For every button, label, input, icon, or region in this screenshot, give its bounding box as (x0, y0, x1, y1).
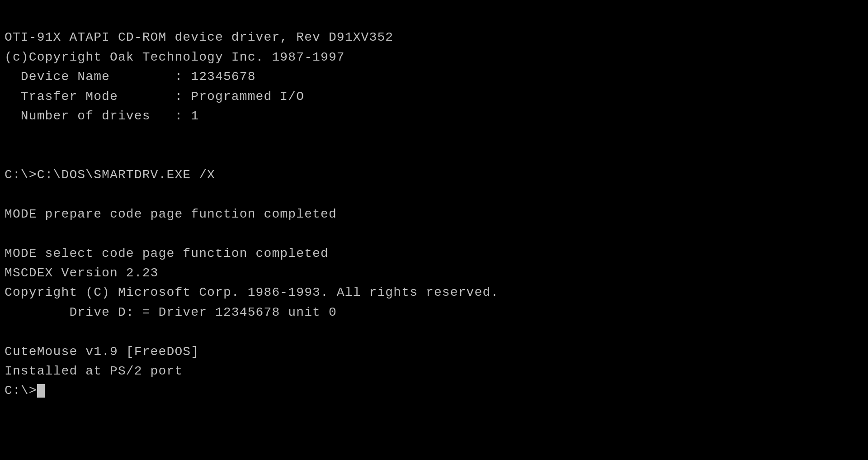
terminal-line-line8: MODE select code page function completed (5, 244, 863, 263)
terminal-line-blank5 (5, 322, 863, 341)
terminal-line-blank1 (5, 126, 863, 145)
terminal-line-line12: CuteMouse v1.9 [FreeDOS] (5, 342, 863, 361)
terminal-line-blank3 (5, 185, 863, 204)
terminal-line-line10: Copyright (C) Microsoft Corp. 1986-1993.… (5, 283, 863, 302)
terminal-line-line14: C:\> (5, 381, 863, 400)
terminal-line-line11: Drive D: = Driver 12345678 unit 0 (5, 303, 863, 322)
terminal-line-line4: Trasfer Mode : Programmed I/O (5, 87, 863, 106)
terminal-line-blank2 (5, 146, 863, 165)
terminal-line-line9: MSCDEX Version 2.23 (5, 263, 863, 283)
terminal-line-line7: MODE prepare code page function complete… (5, 204, 863, 224)
terminal-line-line13: Installed at PS/2 port (5, 361, 863, 381)
terminal-line-blank4 (5, 224, 863, 243)
terminal-cursor (37, 384, 45, 398)
terminal-line-line5: Number of drives : 1 (5, 106, 863, 126)
terminal-line-line6: C:\>C:\DOS\SMARTDRV.EXE /X (5, 165, 863, 185)
terminal-screen: OTI-91X ATAPI CD-ROM device driver, Rev … (0, 0, 868, 460)
terminal-line-line2: (c)Copyright Oak Technology Inc. 1987-19… (5, 47, 863, 67)
terminal-line-line1: OTI-91X ATAPI CD-ROM device driver, Rev … (5, 28, 863, 47)
terminal-line-line3: Device Name : 12345678 (5, 67, 863, 86)
